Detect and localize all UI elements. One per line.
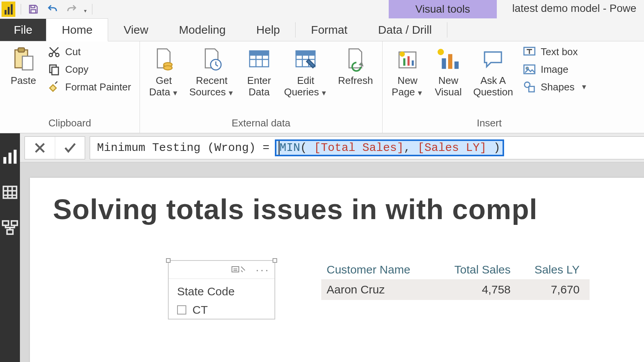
svg-rect-15	[296, 51, 315, 55]
ask-question-icon	[480, 46, 506, 73]
shapes-label: Shapes	[540, 81, 574, 93]
textbox-label: Text box	[540, 46, 578, 58]
formula-comma: ,	[404, 141, 417, 154]
paste-button[interactable]: Paste	[6, 44, 41, 89]
copy-icon	[48, 63, 61, 76]
refresh-icon	[342, 46, 369, 73]
selection-handle-icon[interactable]	[166, 258, 171, 263]
formula-bar-input[interactable]: Minimum Testing (Wrong) = MIN( [Total Sa…	[90, 136, 644, 159]
recent-sources-button[interactable]: Recent Sources▼	[186, 44, 237, 100]
nav-report-view[interactable]	[0, 147, 20, 167]
new-visual-button[interactable]: New Visual	[431, 44, 465, 100]
formula-lparen: (	[300, 141, 314, 154]
edit-queries-icon	[292, 46, 319, 73]
svg-rect-23	[448, 54, 452, 69]
formula-cancel-button[interactable]	[25, 137, 55, 159]
textbox-icon	[523, 45, 536, 58]
textbox-button[interactable]: Text box	[521, 44, 590, 59]
table-header-row: Customer Name Total Sales Sales LY	[321, 260, 590, 279]
dropdown-caret-icon: ▼	[320, 89, 327, 97]
table-visual[interactable]: Customer Name Total Sales Sales LY Aaron…	[321, 260, 590, 319]
formula-measure-1: [Total Sales]	[314, 141, 404, 154]
group-label-insert: Insert	[477, 116, 502, 131]
format-painter-icon	[48, 80, 61, 93]
slicer-item[interactable]: CT	[169, 301, 274, 319]
new-visual-icon	[435, 46, 462, 73]
svg-rect-35	[12, 221, 17, 226]
formula-commit-button[interactable]	[55, 137, 85, 159]
cut-icon	[48, 45, 61, 58]
svg-rect-30	[3, 157, 7, 164]
table-header[interactable]: Customer Name	[327, 263, 442, 276]
edit-queries-button[interactable]: Edit Queries▼	[281, 44, 330, 100]
table-header[interactable]: Total Sales	[442, 263, 511, 276]
svg-rect-19	[407, 56, 410, 66]
save-icon[interactable]	[26, 2, 40, 16]
slicer-title: State Code	[169, 279, 274, 301]
recent-sources-label: Recent Sources	[189, 75, 228, 98]
enter-data-button[interactable]: Enter Data	[242, 44, 276, 100]
separator	[21, 4, 21, 15]
svg-rect-18	[403, 58, 406, 66]
table-row[interactable]: Aaron Cruz 4,758 7,670	[321, 279, 590, 300]
window-title: latest demo model - Powe	[497, 0, 644, 18]
svg-rect-22	[442, 58, 446, 69]
new-page-label: New Page	[392, 75, 417, 98]
recent-sources-icon	[198, 46, 225, 73]
checkbox-icon[interactable]	[177, 305, 186, 314]
selection-handle-icon[interactable]	[273, 258, 277, 263]
refresh-label: Refresh	[338, 75, 373, 87]
page-title: Solving totals issues in with compl	[53, 193, 644, 226]
svg-rect-13	[250, 51, 269, 55]
qat-customize-icon[interactable]: ▾	[84, 8, 87, 14]
tab-modeling[interactable]: Modeling	[164, 19, 241, 41]
nav-model-view[interactable]	[0, 218, 20, 238]
new-page-button[interactable]: New Page▼	[389, 44, 427, 100]
ask-question-button[interactable]: Ask A Question	[470, 44, 516, 100]
svg-rect-32	[14, 150, 17, 164]
shapes-button[interactable]: Shapes▼	[521, 80, 590, 94]
tab-file[interactable]: File	[0, 19, 46, 41]
tab-data-drill[interactable]: Data / Drill	[363, 19, 447, 41]
formula-lhs: Minimum Testing (Wrong) =	[97, 141, 276, 154]
copy-label: Copy	[65, 64, 89, 75]
image-button[interactable]: Image	[521, 62, 590, 77]
table-cell: 7,670	[511, 283, 580, 296]
slicer-item-label: CT	[192, 303, 208, 316]
image-icon	[523, 63, 536, 76]
slicer-menu-icon[interactable]: ···	[256, 263, 270, 276]
redo-icon[interactable]	[65, 2, 79, 16]
enter-data-icon	[246, 46, 273, 73]
nav-data-view[interactable]	[0, 182, 20, 202]
tab-view[interactable]: View	[108, 19, 163, 41]
svg-point-21	[438, 49, 444, 56]
dropdown-caret-icon: ▼	[417, 89, 424, 97]
cut-button[interactable]: Cut	[45, 44, 133, 59]
paste-icon	[10, 46, 37, 73]
group-label-clipboard: Clipboard	[48, 116, 91, 131]
dropdown-caret-icon: ▼	[227, 89, 234, 97]
ask-question-label: Ask A Question	[473, 75, 513, 98]
copy-button[interactable]: Copy	[45, 62, 133, 77]
formula-function: MIN	[279, 141, 300, 154]
slicer-clear-icon[interactable]	[231, 264, 246, 275]
tab-help[interactable]: Help	[241, 19, 296, 41]
paste-label: Paste	[11, 75, 36, 87]
tab-format[interactable]: Format	[296, 19, 363, 41]
undo-icon[interactable]	[46, 2, 59, 16]
svg-rect-33	[3, 187, 17, 198]
table-header[interactable]: Sales LY	[511, 263, 580, 276]
svg-rect-31	[8, 153, 12, 164]
svg-rect-4	[22, 56, 33, 70]
svg-point-10	[164, 66, 172, 70]
svg-rect-8	[52, 67, 58, 75]
format-painter-button[interactable]: Format Painter	[45, 80, 133, 94]
formula-measure-2: [Sales LY]	[417, 141, 486, 154]
refresh-button[interactable]: Refresh	[335, 44, 376, 89]
tab-home[interactable]: Home	[46, 18, 108, 41]
slicer-visual[interactable]: ··· State Code CT	[168, 260, 275, 319]
formula-rparen: )	[486, 141, 500, 154]
separator	[92, 4, 92, 15]
dropdown-caret-icon: ▼	[172, 89, 179, 97]
get-data-button[interactable]: Get Data▼	[146, 44, 182, 100]
